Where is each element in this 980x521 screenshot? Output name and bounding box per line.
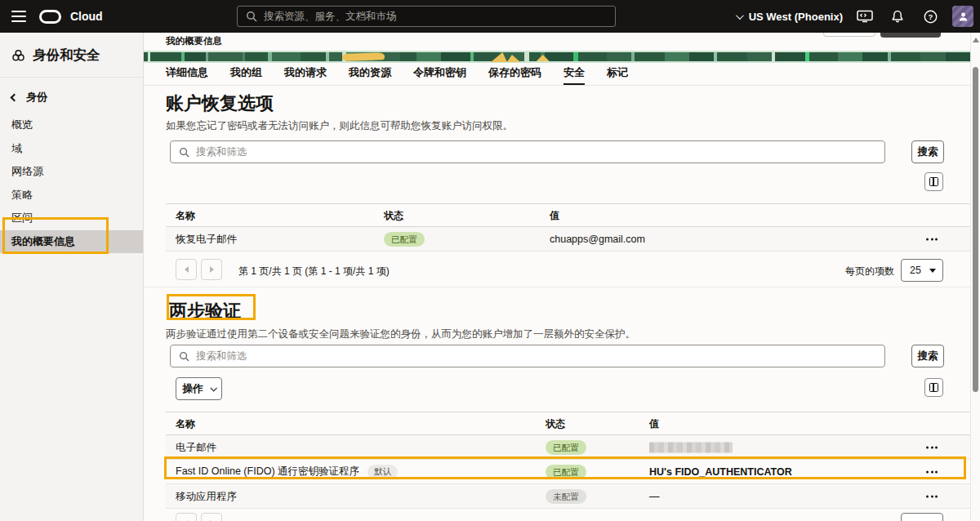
section-divider [144,287,970,287]
recovery-section-description: 如果您忘记了密码或者无法访问账户，则此信息可帮助您恢复账户访问权限。 [166,119,513,133]
main-content: 我的概要信息 详细信息 我的组 我的请求 我的资源 令牌和密钥 保存的密码 安全… [144,33,970,521]
page-next-button[interactable] [201,259,222,280]
row-name: 电子邮件 [176,440,216,454]
status-badge: 未配置 [546,488,586,503]
page-prev-button[interactable] [176,259,197,280]
cloud-shell-button[interactable] [854,6,875,27]
default-chip: 默认 [368,465,398,479]
column-header-status: 状态 [546,416,565,430]
tab-saved-passwords[interactable]: 保存的密码 [488,65,541,86]
twostep-filter-input[interactable] [196,350,876,362]
banner-yellow-shape [342,52,385,61]
chevron-down-icon [736,11,744,20]
brand-label: Cloud [70,10,103,23]
row-actions-kebab-icon[interactable] [923,234,941,243]
help-button[interactable]: ? [920,6,941,27]
status-badge: 已配置 [546,439,586,454]
row-value: — [649,491,660,502]
scroll-up-arrow[interactable] [973,38,979,42]
twostep-section-title: 两步验证 [169,299,241,323]
table-row-mobile-app: 移动应用程序 未配置 — [166,484,970,509]
sidebar-title: 身份和安全 [0,33,143,78]
sidebar-item-compartments[interactable]: 区间 [0,207,143,230]
twostep-columns-button[interactable] [924,378,943,397]
row-actions-kebab-icon[interactable] [923,443,941,452]
tabs-divider [144,85,970,86]
cloud-shell-icon [857,10,873,23]
twostep-filter [170,345,885,367]
recovery-columns-button[interactable] [924,172,943,191]
person-icon [958,11,969,22]
sidebar-item-domains[interactable]: 域 [0,137,143,161]
help-icon: ? [924,10,938,24]
recovery-table-header: 名称 状态 值 [166,204,970,227]
actions-dropdown-button[interactable]: 操作 [176,377,222,400]
region-selector[interactable]: US West (Phoenix) [736,11,843,23]
per-page-select[interactable] [901,513,943,521]
recovery-table: 名称 状态 值 恢复电子邮件 已配置 chuapps@gmail.com [166,203,970,252]
row-actions-kebab-icon[interactable] [923,467,941,476]
oracle-logo[interactable] [39,10,61,24]
tab-tokens-keys[interactable]: 令牌和密钥 [413,65,466,86]
sidebar-item-network-sources[interactable]: 网络源 [0,160,143,184]
redacted-value [649,442,733,452]
caret-down-icon [929,269,936,273]
global-search-input[interactable] [264,11,607,22]
twostep-section-description: 两步验证通过使用第二个设备或安全问题来验证您的身份，从而为您的账户增加了一层额外… [166,327,635,341]
column-header-status: 状态 [384,208,403,222]
row-name: 移动应用程序 [176,489,237,503]
triangle-left-icon [185,266,189,273]
sidebar-back-identity[interactable]: 身份 [0,78,143,114]
table-row-fido: Fast ID Online (FIDO) 通行密钥验证程序默认 已配置 HU'… [166,460,970,484]
notifications-button[interactable] [887,6,908,27]
column-header-name: 名称 [176,208,195,222]
svg-text:?: ? [928,12,933,21]
actions-label: 操作 [183,382,203,396]
row-name: 恢复电子邮件 [176,232,237,246]
scrollbar-thumb[interactable] [973,67,978,392]
row-value: HU's FIDO_AUTHENTICATOR [649,466,792,478]
page-prev-button[interactable] [176,513,197,521]
search-icon [179,351,189,362]
sidebar-item-my-profile[interactable]: 我的概要信息 [0,230,143,254]
triangle-right-icon [210,266,214,273]
status-badge: 已配置 [546,464,586,479]
table-row-email: 电子邮件 已配置 [166,435,970,460]
tab-tags[interactable]: 标记 [607,65,628,86]
global-search[interactable] [237,6,616,27]
tab-details[interactable]: 详细信息 [166,65,208,86]
recovery-filter [170,140,885,163]
recovery-section-title: 账户恢复选项 [166,91,274,116]
status-badge: 已配置 [384,231,425,246]
per-page-label: 每页的项数 [845,265,894,278]
twostep-table: 名称 状态 值 电子邮件 已配置 Fast ID Online (FIDO) 通… [166,412,970,509]
user-avatar[interactable] [952,6,973,27]
page-next-button[interactable] [201,513,222,521]
profile-tabs: 详细信息 我的组 我的请求 我的资源 令牌和密钥 保存的密码 安全 标记 [166,65,628,86]
row-name: Fast ID Online (FIDO) 通行密钥验证程序默认 [176,465,398,479]
sidebar-title-label: 身份和安全 [33,47,100,65]
sidebar-item-policies[interactable]: 策略 [0,184,143,207]
breadcrumb[interactable]: 我的概要信息 [166,35,222,47]
row-value: chuapps@gmail.com [550,234,645,245]
column-header-value: 值 [550,208,559,222]
tab-security[interactable]: 安全 [564,65,585,86]
search-icon [246,11,257,22]
tab-my-resources[interactable]: 我的资源 [349,65,391,86]
sidebar-back-label: 身份 [26,90,47,105]
twostep-search-button[interactable]: 搜索 [911,345,944,367]
region-label: US West (Phoenix) [749,11,843,23]
per-page-select[interactable]: 25 [901,259,943,282]
columns-icon [929,383,938,392]
column-header-value: 值 [649,416,659,430]
table-row: 恢复电子邮件 已配置 chuapps@gmail.com [166,227,970,252]
vertical-scrollbar [970,33,980,521]
row-actions-kebab-icon[interactable] [923,492,941,501]
recovery-filter-input[interactable] [196,146,876,158]
sidebar-item-overview[interactable]: 概览 [0,114,143,137]
tab-my-requests[interactable]: 我的请求 [284,65,327,86]
recovery-search-button[interactable]: 搜索 [911,140,944,163]
hamburger-menu-icon[interactable] [11,11,26,22]
per-page-value: 25 [910,265,921,276]
tab-my-groups[interactable]: 我的组 [230,65,262,86]
